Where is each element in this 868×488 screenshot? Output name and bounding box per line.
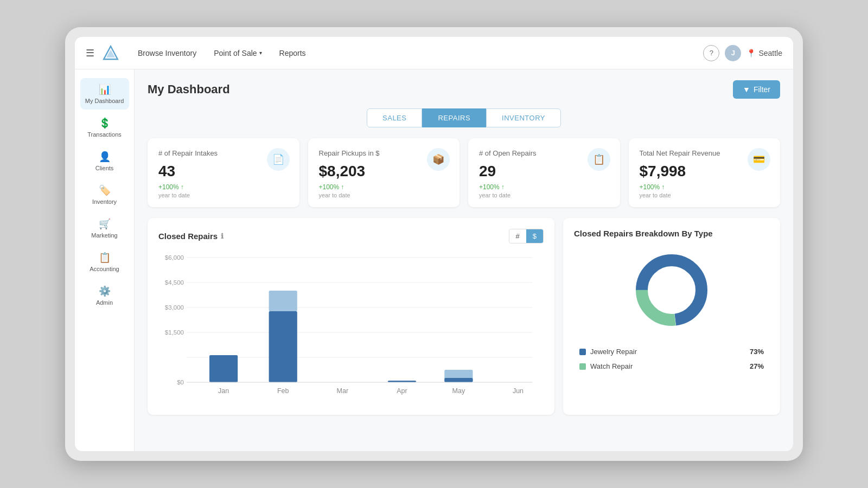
nav-point-of-sale[interactable]: Point of Sale ▾ [206, 44, 269, 62]
stat-card-repair-intakes: # of Repair Intakes 43 +100% ↑ year to d… [148, 138, 299, 207]
tab-bar: SALES REPAIRS INVENTORY [148, 108, 780, 127]
chart-title: Closed Repairs ℹ [158, 232, 224, 241]
sidebar-label-clients: Clients [95, 165, 114, 171]
accounting-icon: 📋 [99, 252, 111, 264]
stat-period-net-revenue: year to date [640, 192, 770, 198]
marketing-icon: 🛒 [99, 218, 111, 230]
sidebar-label-admin: Admin [96, 299, 113, 306]
device-frame: ☰ Browse Inventory Point of Sale ▾ Repor… [65, 27, 803, 461]
svg-text:$0: $0 [177, 379, 184, 386]
stat-card-net-revenue: Total Net Repair Revenue $7,998 +100% ↑ … [629, 138, 781, 207]
chart-toggle: # $ [509, 229, 544, 243]
dropdown-icon: ▾ [259, 50, 262, 56]
svg-text:Jan: Jan [218, 387, 229, 395]
stat-period-open-repairs: year to date [479, 192, 609, 198]
nav-links: Browse Inventory Point of Sale ▾ Reports [130, 44, 703, 62]
svg-rect-14 [269, 311, 297, 382]
info-icon: ℹ [221, 232, 224, 240]
stat-change-repair-intakes: +100% ↑ [158, 183, 289, 191]
bottom-section: Closed Repairs ℹ # $ [148, 218, 780, 415]
inventory-icon: 🏷️ [99, 184, 111, 196]
sidebar-label-accounting: Accounting [90, 266, 119, 272]
toggle-hash-button[interactable]: # [509, 229, 526, 243]
page-header: My Dashboard ▼ Filter [148, 80, 780, 99]
sidebar-label-dashboard: My Dashboard [85, 98, 124, 104]
sidebar-label-transactions: Transactions [87, 131, 122, 138]
filter-button[interactable]: ▼ Filter [733, 80, 780, 99]
svg-text:Apr: Apr [397, 387, 407, 395]
svg-rect-18 [444, 378, 473, 382]
location-pin-icon: 📍 [746, 49, 756, 57]
sidebar-label-marketing: Marketing [91, 232, 117, 239]
page-title: My Dashboard [148, 82, 230, 97]
stat-card-open-repairs: # of Open Repairs 29 +100% ↑ year to dat… [468, 138, 620, 207]
avatar[interactable]: J [725, 45, 741, 61]
help-button[interactable]: ? [703, 45, 719, 61]
svg-text:May: May [452, 387, 466, 395]
dashboard-icon: 📊 [99, 84, 111, 95]
sidebar: 📊 My Dashboard 💲 Transactions 👤 Clients … [75, 69, 135, 451]
filter-icon: ▼ [743, 85, 750, 94]
clients-icon: 👤 [99, 151, 111, 163]
watch-label: Watch Repair [590, 362, 633, 370]
svg-point-28 [648, 267, 695, 313]
stat-icon-repair-intakes: 📄 [267, 148, 290, 171]
sidebar-item-transactions[interactable]: 💲 Transactions [80, 112, 129, 143]
nav-right: ? J 📍 Seattle [703, 45, 782, 61]
bar-chart-svg: $6,000 $4,500 $3,000 $1,500 $0 [158, 252, 544, 404]
toggle-dollar-button[interactable]: $ [526, 229, 543, 243]
stat-icon-net-revenue: 💳 [748, 148, 770, 171]
admin-icon: ⚙️ [99, 285, 111, 297]
svg-text:Jun: Jun [513, 387, 524, 395]
stat-cards: # of Repair Intakes 43 +100% ↑ year to d… [148, 138, 780, 207]
svg-text:$1,500: $1,500 [165, 329, 184, 336]
sidebar-label-inventory: Inventory [92, 198, 117, 205]
top-nav: ☰ Browse Inventory Point of Sale ▾ Repor… [75, 37, 793, 69]
location-selector[interactable]: 📍 Seattle [746, 49, 782, 57]
tab-repairs[interactable]: REPAIRS [422, 108, 486, 127]
jewelry-label: Jewelry Repair [590, 348, 637, 356]
transactions-icon: 💲 [99, 117, 111, 129]
nav-reports[interactable]: Reports [272, 44, 314, 62]
arrow-up-icon: ↑ [661, 183, 665, 191]
donut-area [574, 247, 769, 333]
svg-rect-13 [209, 355, 238, 382]
sidebar-item-inventory[interactable]: 🏷️ Inventory [80, 179, 129, 210]
arrow-up-icon: ↑ [501, 183, 505, 191]
svg-rect-15 [269, 291, 297, 311]
device-screen: ☰ Browse Inventory Point of Sale ▾ Repor… [75, 37, 793, 451]
svg-text:Feb: Feb [277, 387, 289, 395]
sidebar-item-clients[interactable]: 👤 Clients [80, 145, 129, 177]
arrow-up-icon: ↑ [181, 183, 184, 191]
svg-text:$6,000: $6,000 [165, 254, 184, 261]
stat-change-net-revenue: +100% ↑ [640, 183, 770, 191]
logo-icon [102, 44, 119, 62]
legend-watch-repair: Watch Repair 27% [579, 359, 764, 374]
nav-browse-inventory[interactable]: Browse Inventory [130, 44, 204, 62]
stat-change-repair-pickups: +100% ↑ [319, 183, 449, 191]
svg-text:Mar: Mar [337, 387, 349, 395]
stat-period-repair-intakes: year to date [158, 192, 289, 198]
bar-chart-area: $6,000 $4,500 $3,000 $1,500 $0 [158, 252, 544, 404]
sidebar-item-admin[interactable]: ⚙️ Admin [80, 280, 129, 311]
arrow-up-icon: ↑ [341, 183, 344, 191]
tab-inventory[interactable]: INVENTORY [486, 108, 561, 127]
jewelry-pct: 73% [750, 348, 764, 356]
donut-svg [628, 247, 715, 333]
sidebar-item-dashboard[interactable]: 📊 My Dashboard [80, 78, 129, 110]
svg-text:$4,500: $4,500 [165, 279, 184, 286]
sidebar-item-marketing[interactable]: 🛒 Marketing [80, 213, 129, 244]
main-layout: 📊 My Dashboard 💲 Transactions 👤 Clients … [75, 69, 793, 451]
svg-text:$3,000: $3,000 [165, 304, 184, 311]
stat-icon-repair-pickups: 📦 [427, 148, 450, 171]
sidebar-item-accounting[interactable]: 📋 Accounting [80, 246, 129, 278]
jewelry-dot [579, 349, 586, 355]
legend-jewelry-repair: Jewelry Repair 73% [579, 344, 764, 359]
hamburger-icon[interactable]: ☰ [86, 47, 94, 59]
stat-period-repair-pickups: year to date [319, 192, 449, 198]
chart-header: Closed Repairs ℹ # $ [158, 229, 544, 243]
donut-chart-card: Closed Repairs Breakdown By Type [563, 218, 780, 415]
tab-sales[interactable]: SALES [367, 108, 422, 127]
donut-legend: Jewelry Repair 73% Watch Repair 27% [574, 344, 769, 374]
closed-repairs-chart-card: Closed Repairs ℹ # $ [148, 218, 554, 415]
